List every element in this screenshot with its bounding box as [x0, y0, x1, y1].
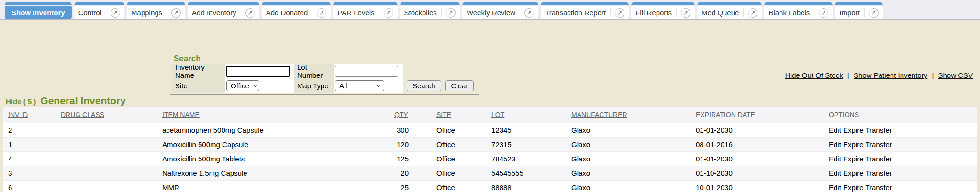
inventory-table: INV ID DRUG CLASS ITEM NAME QTY SITE LOT…	[3, 107, 977, 192]
hide-count-link[interactable]: Hide ( 5 )	[6, 97, 36, 106]
tab-label: Add Inventory	[192, 9, 236, 17]
tab-body: Transaction Report ↗	[541, 6, 629, 19]
open-in-new-icon[interactable]: ↗	[446, 8, 456, 18]
inventory-name-label: Inventory Name	[172, 64, 225, 78]
tab-mappings[interactable]: Mappings ↗	[127, 2, 185, 19]
column-header-lot[interactable]: LOT	[487, 107, 567, 123]
tab-accent-strip	[262, 2, 331, 5]
open-in-new-icon[interactable]: ↗	[317, 8, 326, 18]
tab-fill-reports[interactable]: Fill Reports ↗	[631, 2, 695, 19]
tab-blank-labels[interactable]: Blank Labels ↗	[764, 2, 833, 19]
link-separator: |	[932, 71, 934, 79]
tab-divider	[106, 8, 106, 17]
search-legend: Search	[173, 54, 203, 64]
cell-manufacturer: Glaxo	[567, 138, 691, 152]
tab-accent-strip	[697, 2, 762, 5]
column-header-manufacturer[interactable]: MANUFACTURER	[567, 107, 691, 123]
tab-accent-strip	[631, 2, 695, 5]
tab-label: Stockpiles	[404, 9, 437, 17]
main-content: Search Inventory Name Lot Number Site Of…	[0, 20, 980, 192]
cell-item-name: Naltrexone 1.5mg Capsule	[157, 166, 390, 181]
open-in-new-icon[interactable]: ↗	[748, 8, 757, 18]
open-in-new-icon[interactable]: ↗	[524, 8, 534, 18]
lot-number-label: Lot Number	[294, 64, 334, 78]
lot-number-cell	[334, 64, 403, 78]
cell-expiration-date: 08-01-2016	[691, 138, 824, 152]
tab-control[interactable]: Control ↗	[74, 2, 124, 19]
column-header-inv-id[interactable]: INV ID	[3, 107, 56, 123]
show-patient-inventory-link[interactable]: Show Patient Inventory	[854, 71, 927, 79]
quick-links: Hide Out Of Stock | Show Patient Invento…	[785, 71, 973, 79]
tab-med-queue[interactable]: Med Queue ↗	[697, 2, 762, 19]
cell-qty: 125	[390, 152, 432, 166]
map-type-cell: All	[334, 78, 403, 93]
cell-lot: 72315	[487, 138, 567, 152]
tab-label: Med Queue	[702, 9, 739, 17]
tab-divider	[676, 8, 677, 17]
open-in-new-icon[interactable]: ↗	[384, 8, 393, 18]
site-select[interactable]: Office	[226, 80, 259, 91]
open-in-new-icon[interactable]: ↗	[819, 8, 828, 18]
open-in-new-icon[interactable]: ↗	[681, 8, 690, 18]
cell-expiration-date: 01-10-2030	[691, 166, 824, 181]
cell-options[interactable]: Edit Expire Transfer	[824, 181, 977, 192]
open-in-new-icon[interactable]: ↗	[869, 8, 879, 18]
column-header-item-name[interactable]: ITEM NAME	[157, 107, 390, 123]
column-header-drug-class[interactable]: DRUG CLASS	[56, 107, 157, 123]
cell-qty: 300	[390, 123, 432, 138]
tab-accent-strip	[333, 2, 397, 5]
search-buttons: Search Clear	[403, 78, 478, 93]
tab-add-inventory[interactable]: Add Inventory ↗	[188, 2, 259, 19]
inventory-name-input[interactable]	[226, 66, 290, 77]
tab-divider	[379, 8, 379, 17]
open-in-new-icon[interactable]: ↗	[111, 8, 120, 18]
tab-label: Mappings	[131, 9, 162, 17]
cell-options[interactable]: Edit Expire Transfer	[824, 138, 977, 152]
tab-import[interactable]: Import ↗	[835, 2, 883, 19]
cell-site: Office	[432, 166, 487, 181]
column-header-expiration-date: EXPIRATION DATE	[691, 107, 824, 123]
tab-stockpiles[interactable]: Stockpiles ↗	[400, 2, 460, 19]
lot-number-input[interactable]	[335, 66, 398, 77]
hide-out-of-stock-link[interactable]: Hide Out Of Stock	[785, 71, 843, 79]
open-in-new-icon[interactable]: ↗	[615, 8, 624, 18]
cell-site: Office	[432, 123, 487, 138]
tab-body: PAR Levels ↗	[333, 6, 397, 19]
tab-weekly-review[interactable]: Weekly Review ↗	[462, 2, 538, 19]
general-inventory-legend: Hide ( 5 ) General Inventory	[5, 95, 128, 107]
tab-body: Mappings ↗	[127, 6, 185, 19]
cell-options[interactable]: Edit Expire Transfer	[824, 152, 977, 166]
open-in-new-icon[interactable]: ↗	[245, 8, 255, 18]
link-separator: |	[847, 71, 849, 79]
tab-add-donated[interactable]: Add Donated ↗	[262, 2, 331, 19]
cell-manufacturer: Glaxo	[567, 181, 691, 192]
site-cell: Office	[225, 78, 294, 93]
site-label: Site	[172, 78, 225, 93]
cell-options[interactable]: Edit Expire Transfer	[824, 123, 977, 138]
open-in-new-icon[interactable]: ↗	[171, 8, 181, 18]
tab-label: Show Inventory	[11, 9, 65, 17]
map-type-select-value: All	[339, 82, 347, 90]
cell-item-name: MMR	[157, 181, 390, 192]
tab-par-levels[interactable]: PAR Levels ↗	[333, 2, 397, 19]
column-header-site[interactable]: SITE	[432, 107, 487, 123]
show-csv-link[interactable]: Show CSV	[938, 71, 973, 79]
map-type-select[interactable]: All	[335, 80, 384, 91]
column-header-qty[interactable]: QTY	[390, 107, 432, 123]
search-button[interactable]: Search	[407, 80, 441, 91]
cell-inv-id: 1	[3, 138, 56, 152]
cell-options[interactable]: Edit Expire Transfer	[824, 166, 977, 181]
general-inventory-title: General Inventory	[40, 95, 126, 107]
cell-expiration-date: 01-01-2030	[691, 123, 824, 138]
cell-site: Office	[432, 152, 487, 166]
column-header-options: OPTIONS	[824, 107, 977, 123]
cell-inv-id: 4	[3, 152, 56, 166]
tab-divider	[241, 8, 241, 17]
tab-transaction-report[interactable]: Transaction Report ↗	[541, 2, 629, 19]
tab-body: Weekly Review ↗	[462, 6, 538, 19]
cell-drug-class	[56, 152, 157, 166]
tab-show-inventory[interactable]: Show Inventory	[5, 2, 72, 19]
clear-button[interactable]: Clear	[445, 80, 474, 91]
cell-qty: 120	[390, 138, 432, 152]
inventory-row: 2 acetaminophen 500mg Capsule 300 Office…	[3, 123, 977, 138]
